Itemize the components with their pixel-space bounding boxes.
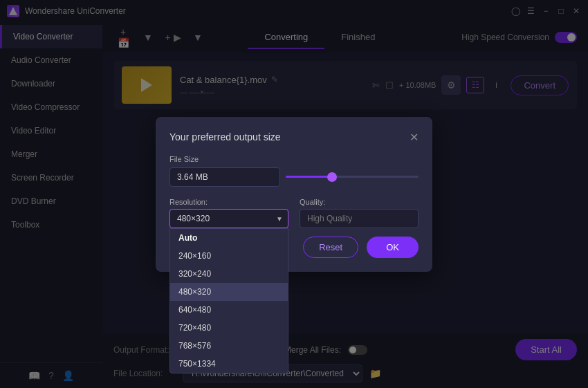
dropdown-item-640x480[interactable]: 640×480 [170,301,288,319]
file-size-row [169,167,419,187]
resolution-group: Resolution: ▼ Auto 240×160 320×240 480×3… [169,198,288,228]
dropdown-item-768x576[interactable]: 768×576 [170,337,288,355]
quality-label: Quality: [300,198,419,206]
modal-header: Your preferred output size ✕ [169,131,419,144]
resolution-label: Resolution: [169,198,288,206]
modal-overlay: Your preferred output size ✕ File Size R… [0,0,588,388]
dropdown-item-240x160[interactable]: 240×160 [170,247,288,265]
resolution-dropdown: Auto 240×160 320×240 480×320 640×480 720… [169,228,288,373]
ok-button[interactable]: OK [367,237,419,258]
dropdown-item-320x240[interactable]: 320×240 [170,265,288,283]
file-size-input[interactable] [169,167,280,187]
dropdown-item-720x480[interactable]: 720×480 [170,319,288,337]
dropdown-item-auto[interactable]: Auto [170,229,288,247]
dropdown-item-750x1334[interactable]: 750×1334 [170,355,288,373]
quality-group: Quality: [300,198,419,228]
resolution-quality-row: Resolution: ▼ Auto 240×160 320×240 480×3… [169,198,419,228]
reset-button[interactable]: Reset [303,237,358,258]
preferred-output-modal: Your preferred output size ✕ File Size R… [156,117,432,272]
file-size-label: File Size [169,155,419,163]
slider-fill [286,176,332,178]
file-size-slider[interactable] [286,176,419,178]
slider-thumb [327,172,337,182]
modal-title: Your preferred output size [169,131,281,142]
quality-input[interactable] [300,209,419,228]
resolution-select-wrapper: ▼ Auto 240×160 320×240 480×320 640×480 7… [169,209,288,228]
modal-close-button[interactable]: ✕ [410,131,419,144]
dropdown-item-480x320[interactable]: 480×320 [170,283,288,301]
resolution-input[interactable] [169,209,288,228]
